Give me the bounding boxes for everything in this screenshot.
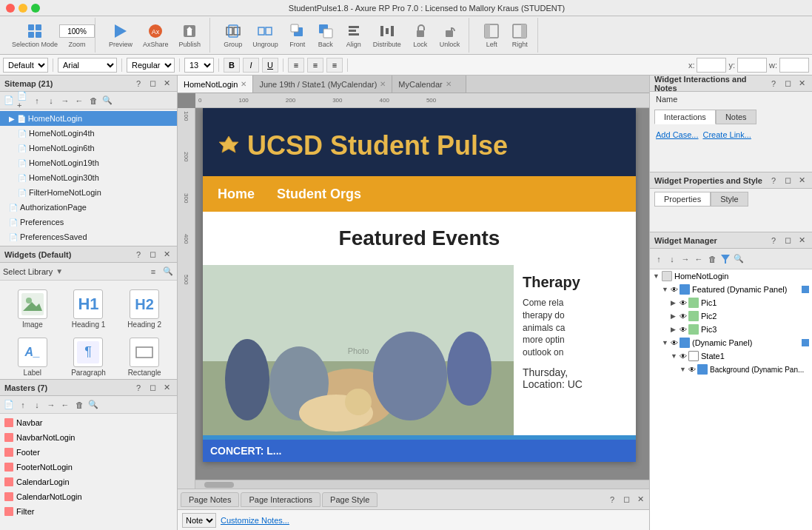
master-filter[interactable]: Filter	[0, 504, 177, 519]
widget-rectangle[interactable]: Rectangle	[118, 335, 171, 380]
selection-mode-button[interactable]: Selection Mode	[7, 21, 62, 50]
weight-select[interactable]: Regular	[127, 58, 175, 73]
bottom-expand-icon[interactable]: ◻	[620, 494, 632, 506]
align-center-button[interactable]: ≡	[307, 58, 323, 73]
master-navbarnotlogin[interactable]: NavbarNotLogin	[0, 430, 177, 445]
axshare-button[interactable]: Ax AxShare	[138, 21, 173, 50]
widget-paragraph[interactable]: ¶ Paragraph	[62, 335, 115, 380]
style-select[interactable]: Default	[3, 58, 48, 73]
zoom-input[interactable]	[59, 24, 95, 38]
widgets-menu-btn[interactable]: ≡	[147, 266, 159, 278]
wm-filter-btn[interactable]	[719, 253, 731, 265]
masters-search-btn[interactable]: 🔍	[87, 399, 99, 411]
masters-close-icon[interactable]: ✕	[161, 382, 172, 394]
underline-button[interactable]: U	[262, 58, 278, 73]
page-interactions-tab[interactable]: Page Interactions	[241, 492, 321, 507]
masters-up-btn[interactable]: ↑	[17, 399, 29, 411]
wi-tab-interactions[interactable]: Interactions	[654, 110, 716, 124]
wp-tab-style[interactable]: Style	[711, 192, 748, 207]
wm-help-icon[interactable]: ?	[768, 235, 779, 246]
wm-in-btn[interactable]: →	[680, 253, 691, 265]
publish-button[interactable]: Publish	[175, 21, 206, 50]
masters-add-btn[interactable]: 📄	[3, 399, 15, 411]
widgets-search-btn[interactable]: 🔍	[162, 266, 174, 278]
wp-tab-properties[interactable]: Properties	[654, 192, 711, 207]
wp-help-icon[interactable]: ?	[768, 175, 779, 187]
wm-expand-icon[interactable]: ◻	[782, 235, 793, 246]
wm-pic1[interactable]: ▶ 👁 Pic1	[650, 296, 812, 309]
bold-button[interactable]: B	[224, 58, 240, 73]
w-input[interactable]	[779, 58, 809, 73]
sitemap-close-icon[interactable]: ✕	[161, 78, 172, 90]
sitemap-item-homenotlogin4th[interactable]: 📄 HomeNotLogin4th	[0, 126, 177, 141]
italic-button[interactable]: I	[243, 58, 259, 73]
distribute-button[interactable]: Distribute	[369, 21, 406, 50]
close-button[interactable]	[6, 4, 15, 13]
tab-june19[interactable]: June 19th / State1 (MyCalendar) ✕	[253, 76, 392, 93]
wm-dynamic-panel[interactable]: ▼ 👁 (Dynamic Panel)	[650, 336, 812, 349]
widgets-close-icon[interactable]: ✕	[161, 249, 172, 261]
lock-button[interactable]: Lock	[407, 21, 434, 50]
wm-search-btn[interactable]: 🔍	[733, 253, 745, 265]
sitemap-add-btn[interactable]: 📄	[3, 95, 15, 107]
group-button[interactable]: Group	[219, 21, 246, 50]
tab-mycalendar[interactable]: MyCalendar ✕	[392, 76, 466, 93]
wm-homenotlogin[interactable]: ▼ HomeNotLogin	[650, 269, 812, 283]
tab-mycalendar-close[interactable]: ✕	[446, 80, 452, 88]
left-panel-toggle[interactable]: Left	[478, 21, 505, 50]
page-style-tab[interactable]: Page Style	[322, 492, 378, 507]
x-input[interactable]	[697, 58, 726, 73]
sitemap-item-homenotlogin6th[interactable]: 📄 HomeNotLogin6th	[0, 141, 177, 155]
widget-heading2[interactable]: H2 Heading 2	[118, 286, 171, 332]
masters-expand-icon[interactable]: ◻	[147, 382, 158, 394]
sitemap-item-filterhomenotlogin[interactable]: 📄 FilterHomeNotLogin	[0, 185, 177, 200]
wm-up-btn[interactable]: ↑	[653, 253, 665, 265]
sitemap-item-homenotlogin[interactable]: ▶ 📄 HomeNotLogin	[0, 111, 177, 126]
bottom-close-icon[interactable]: ✕	[634, 494, 646, 506]
maximize-button[interactable]	[31, 4, 40, 13]
sitemap-help-icon[interactable]: ?	[132, 78, 144, 90]
widget-heading1[interactable]: H1 Heading 1	[62, 286, 115, 332]
wi-help-icon[interactable]: ?	[768, 78, 779, 90]
wm-background-dp[interactable]: ▼ 👁 Background (Dynamic Pan...	[650, 363, 812, 376]
sitemap-item-preferencessaved[interactable]: 📄 PreferencesSaved	[0, 229, 177, 244]
masters-help-icon[interactable]: ?	[132, 382, 144, 394]
wm-state1[interactable]: ▼ 👁 State1	[650, 349, 812, 363]
sitemap-indent-btn[interactable]: →	[59, 95, 71, 107]
unlock-button[interactable]: Unlock	[435, 21, 465, 50]
masters-delete-btn[interactable]: 🗑	[73, 399, 85, 411]
wm-close-icon[interactable]: ✕	[796, 235, 808, 246]
sitemap-item-homenotlogin19th[interactable]: 📄 HomeNotLogin19th	[0, 155, 177, 170]
front-button[interactable]: Front	[284, 21, 311, 50]
widget-image[interactable]: Image	[6, 286, 59, 332]
wi-tab-notes[interactable]: Notes	[716, 110, 756, 124]
ungroup-button[interactable]: Ungroup	[248, 21, 283, 50]
sitemap-expand-icon[interactable]: ◻	[147, 78, 158, 90]
wi-expand-icon[interactable]: ◻	[782, 78, 793, 90]
wi-add-case-link[interactable]: Add Case...	[656, 130, 698, 139]
sitemap-search-btn[interactable]: 🔍	[101, 95, 113, 107]
align-left-button[interactable]: ≡	[288, 58, 304, 73]
widgets-expand-icon[interactable]: ◻	[147, 249, 158, 261]
sitemap-down-btn[interactable]: ↓	[45, 95, 57, 107]
tab-homenotlogin-close[interactable]: ✕	[241, 80, 246, 88]
window-controls[interactable]	[6, 4, 40, 13]
widget-label[interactable]: A_ Label	[6, 335, 59, 380]
horizontal-scrollbar[interactable]	[195, 480, 649, 489]
master-footer[interactable]: Footer	[0, 445, 177, 460]
wm-out-btn[interactable]: ←	[693, 253, 705, 265]
masters-down-btn[interactable]: ↓	[31, 399, 43, 411]
wi-close-icon[interactable]: ✕	[796, 78, 808, 90]
wp-close-icon[interactable]: ✕	[796, 175, 808, 187]
sitemap-outdent-btn[interactable]: ←	[73, 95, 85, 107]
right-panel-toggle[interactable]: Right	[506, 21, 533, 50]
widgets-help-icon[interactable]: ?	[132, 249, 144, 261]
wm-delete-btn[interactable]: 🗑	[706, 253, 718, 265]
masters-out-btn[interactable]: ←	[59, 399, 71, 411]
master-calendarnotlogin[interactable]: CalendarNotLogin	[0, 489, 177, 504]
sitemap-delete-btn[interactable]: 🗑	[87, 95, 99, 107]
sitemap-item-preferences[interactable]: 📄 Preferences	[0, 215, 177, 229]
bottom-help-icon[interactable]: ?	[606, 494, 618, 506]
select-library-label[interactable]: Select Library	[3, 267, 53, 276]
wm-pic3[interactable]: ▶ 👁 Pic3	[650, 323, 812, 336]
